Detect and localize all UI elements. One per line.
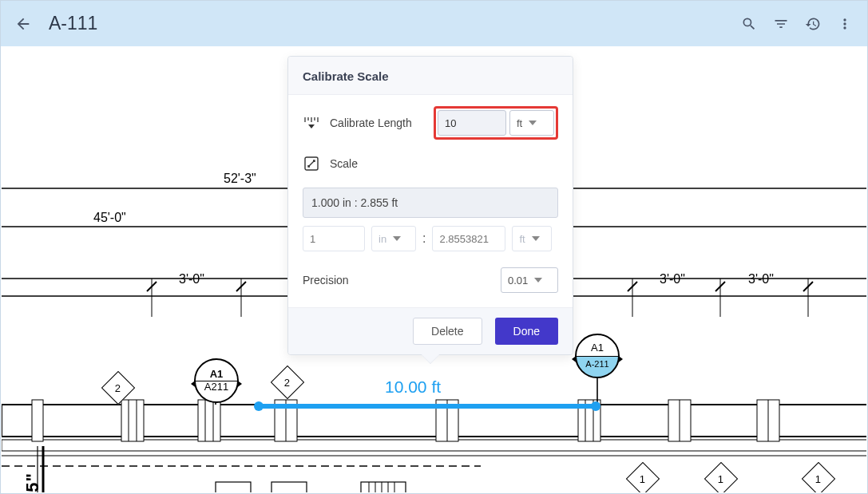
scale-icon (303, 155, 320, 172)
delete-button[interactable]: Delete (413, 318, 482, 345)
ruler-handle-left[interactable] (254, 401, 264, 411)
precision-select[interactable]: 0.01 (501, 267, 558, 293)
scale-right-unit-select: ft (512, 226, 552, 251)
ruler-handle-right[interactable] (591, 401, 600, 411)
calibration-ruler[interactable] (254, 401, 600, 411)
calibrate-length-input[interactable] (438, 110, 506, 136)
svg-rect-45 (216, 482, 251, 492)
header-bar: A-111 (1, 1, 867, 46)
svg-text:45'-0": 45'-0" (93, 211, 126, 224)
svg-text:3'-0": 3'-0" (660, 272, 685, 286)
svg-text:3'-0": 3'-0" (748, 272, 774, 286)
search-icon[interactable] (733, 8, 765, 40)
ruler-measurement-label: 10.00 ft (385, 377, 441, 397)
svg-rect-47 (361, 482, 406, 492)
svg-rect-8 (32, 400, 43, 441)
page-title: A-111 (49, 13, 97, 34)
svg-rect-46 (271, 482, 307, 492)
calibrate-icon (303, 114, 320, 132)
history-icon[interactable] (797, 8, 829, 40)
back-button[interactable] (7, 8, 39, 40)
scale-label: Scale (330, 157, 558, 170)
scale-left-value-input (303, 226, 365, 251)
calibrate-input-highlight: ft (434, 106, 558, 140)
svg-rect-9 (121, 400, 144, 441)
calibrate-unit-select[interactable]: ft (509, 110, 554, 136)
svg-text:52'-3": 52'-3" (224, 172, 256, 185)
done-button[interactable]: Done (495, 318, 558, 345)
scale-left-unit-select: in (371, 226, 416, 251)
calibrate-scale-panel: Calibrate Scale Calibrate Length ft (287, 56, 573, 355)
side-dimension-label: -5" (22, 472, 43, 492)
precision-label: Precision (303, 274, 501, 287)
panel-title: Calibrate Scale (288, 57, 573, 95)
section-callout-active: A1A-211 (573, 334, 621, 381)
more-icon[interactable] (829, 8, 861, 40)
scale-readout: 1.000 in : 2.855 ft (303, 188, 558, 218)
calibrate-length-label: Calibrate Length (330, 117, 434, 129)
scale-right-value-input (432, 226, 505, 251)
svg-marker-58 (308, 124, 315, 128)
filter-icon[interactable] (765, 8, 797, 40)
svg-text:3'-0": 3'-0" (179, 272, 204, 286)
section-callout: A1A211 (192, 358, 240, 406)
